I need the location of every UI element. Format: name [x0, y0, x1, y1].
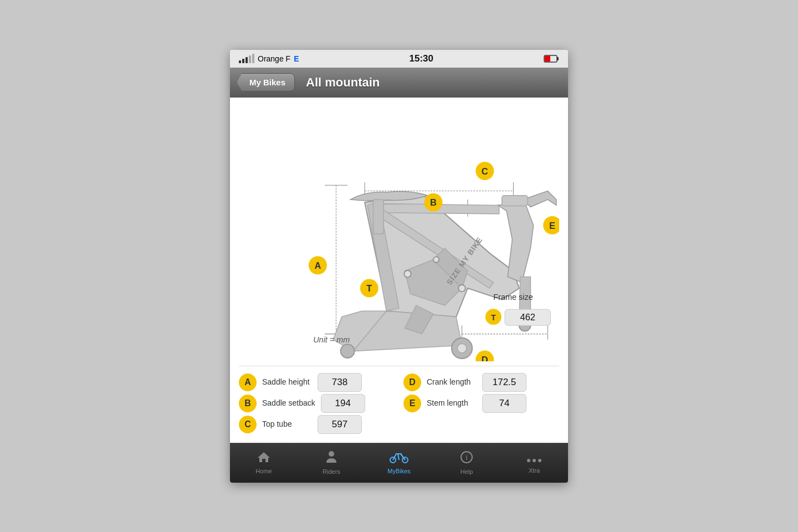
svg-text:C: C [482, 166, 488, 176]
tab-help-label: Help [461, 468, 473, 475]
tab-home-label: Home [255, 468, 272, 474]
tab-home[interactable]: Home [230, 443, 298, 483]
bike-diagram: SIZE MY BIKE A T B C [239, 106, 559, 361]
main-content: SIZE MY BIKE A T B C [230, 98, 568, 443]
svg-text:462: 462 [520, 311, 535, 321]
badge-c: C [239, 416, 257, 433]
svg-text:T: T [491, 313, 496, 321]
value-b[interactable]: 194 [321, 394, 365, 413]
signal-bar-3 [245, 57, 248, 63]
svg-text:i: i [466, 453, 468, 462]
back-button[interactable]: My Bikes [237, 73, 295, 91]
measurement-row-3: C Top tube 597 [239, 415, 559, 434]
svg-text:B: B [430, 197, 437, 207]
status-bar: Orange F E 15:30 [230, 50, 568, 68]
badge-b: B [239, 395, 257, 412]
svg-text:Unit = mm: Unit = mm [313, 335, 350, 344]
svg-text:D: D [482, 355, 488, 361]
svg-text:T: T [366, 283, 372, 293]
badge-a: A [239, 374, 257, 391]
svg-marker-43 [258, 452, 270, 462]
tab-help[interactable]: i Help [433, 443, 500, 483]
nav-title: All mountain [306, 75, 380, 90]
svg-rect-1 [557, 57, 559, 60]
tab-riders[interactable]: Riders [298, 443, 365, 483]
status-left: Orange F E [239, 54, 299, 63]
label-c: Top tube [262, 419, 312, 429]
label-d: Crank length [427, 377, 477, 387]
tab-mybikes[interactable]: MyBikes [365, 443, 433, 483]
bike-frame-svg: SIZE MY BIKE A T B C [239, 106, 559, 361]
svg-point-16 [457, 344, 467, 353]
signal-bar-5 [252, 54, 254, 63]
svg-rect-2 [545, 56, 550, 62]
meas-d: D Crank length 172.5 [403, 373, 559, 392]
signal-bar-1 [239, 60, 241, 63]
svg-point-20 [404, 270, 411, 277]
svg-text:E: E [549, 220, 555, 230]
svg-text:Frame size: Frame size [493, 292, 533, 301]
meas-c: C Top tube 597 [239, 415, 559, 434]
label-a: Saddle height [262, 377, 312, 387]
svg-rect-18 [502, 195, 528, 206]
signal-bar-4 [249, 55, 251, 63]
measurement-row-1: A Saddle height 738 D Crank length 172.5 [239, 373, 559, 392]
value-e[interactable]: 74 [482, 394, 526, 413]
tab-riders-label: Riders [323, 468, 340, 475]
svg-point-45 [390, 457, 396, 463]
network-type: E [294, 54, 299, 63]
svg-text:A: A [314, 260, 321, 270]
label-b: Saddle setback [262, 398, 315, 408]
measurement-row-2: B Saddle setback 194 E Stem length 74 [239, 394, 559, 413]
svg-point-22 [433, 257, 439, 262]
tab-xtra-label: Xtra [529, 467, 540, 474]
mybikes-icon [390, 451, 408, 466]
battery-icon [544, 54, 559, 63]
label-e: Stem length [427, 398, 477, 408]
tab-bar: Home Riders My [230, 443, 568, 483]
tab-xtra[interactable]: Xtra [500, 443, 568, 483]
riders-icon [325, 451, 337, 466]
svg-point-44 [329, 451, 334, 457]
svg-point-50 [533, 459, 536, 462]
meas-e: E Stem length 74 [403, 394, 559, 413]
svg-point-51 [538, 459, 541, 462]
svg-point-21 [458, 284, 465, 291]
svg-rect-19 [374, 200, 384, 234]
signal-bar-2 [242, 59, 244, 63]
value-c[interactable]: 597 [318, 415, 362, 434]
help-icon: i [460, 451, 473, 466]
signal-bars [239, 54, 254, 63]
xtra-icon [526, 452, 542, 465]
tab-mybikes-label: MyBikes [387, 468, 411, 474]
meas-a: A Saddle height 738 [239, 373, 395, 392]
nav-header: My Bikes All mountain [230, 68, 568, 98]
value-d[interactable]: 172.5 [482, 373, 526, 392]
value-a[interactable]: 738 [318, 373, 362, 392]
carrier-name: Orange F [258, 54, 290, 63]
svg-point-17 [341, 344, 355, 358]
meas-b: B Saddle setback 194 [239, 394, 395, 413]
svg-point-49 [527, 459, 530, 462]
home-icon [257, 451, 271, 466]
badge-e: E [403, 395, 421, 412]
badge-d: D [403, 374, 421, 391]
status-time: 15:30 [410, 53, 433, 64]
bike-frame-body: SIZE MY BIKE [333, 191, 556, 358]
measurements-section: A Saddle height 738 D Crank length 172.5… [239, 366, 559, 434]
phone-container: Orange F E 15:30 My Bikes All mountain [230, 50, 568, 483]
